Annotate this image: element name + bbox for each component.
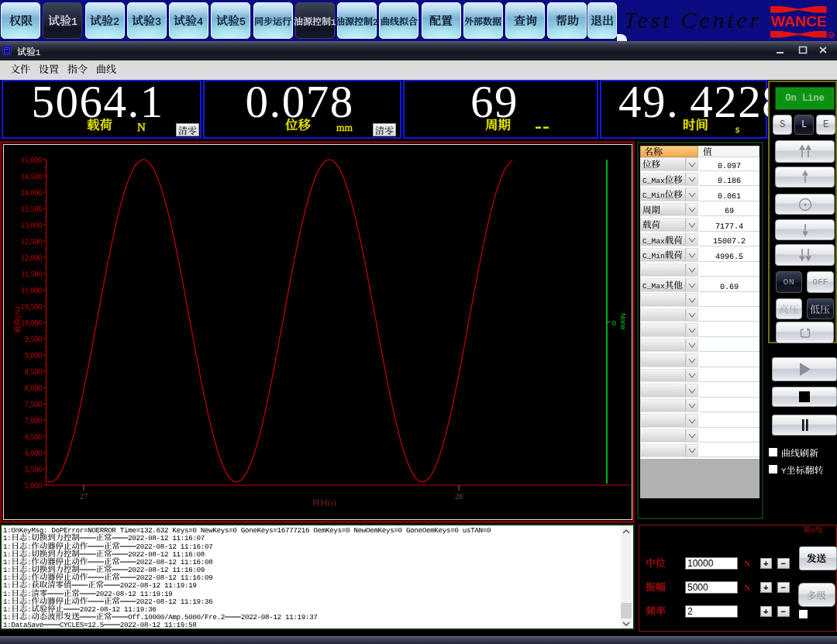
svg-text:12,500: 12,500 [21, 237, 43, 246]
svg-text:6,500: 6,500 [25, 432, 43, 441]
svg-text:8,500: 8,500 [25, 367, 43, 376]
svg-text:9,500: 9,500 [25, 335, 43, 343]
svg-text:10,500: 10,500 [21, 302, 43, 311]
svg-text:14,500: 14,500 [21, 172, 43, 181]
svg-text:28: 28 [455, 492, 463, 501]
svg-text:13,000: 13,000 [21, 221, 43, 229]
svg-text:13,500: 13,500 [21, 205, 43, 213]
svg-text:27: 27 [80, 492, 88, 501]
svg-text:0: 0 [612, 319, 616, 327]
svg-text:WANCE: WANCE [771, 14, 827, 29]
svg-text:6,000: 6,000 [25, 449, 43, 457]
svg-text:11,000: 11,000 [21, 286, 42, 294]
svg-text:11,500: 11,500 [21, 270, 42, 278]
svg-text:14,000: 14,000 [21, 188, 43, 197]
svg-text:7,000: 7,000 [25, 416, 43, 425]
svg-text:5,500: 5,500 [25, 465, 43, 474]
svg-text:12,000: 12,000 [21, 253, 43, 262]
svg-text:None: None [619, 313, 627, 330]
svg-text:10,000: 10,000 [21, 319, 43, 327]
svg-text:7,500: 7,500 [25, 400, 43, 408]
svg-text:5,000: 5,000 [25, 481, 43, 490]
svg-text:R: R [830, 33, 833, 38]
svg-text:15,000: 15,000 [21, 156, 43, 164]
svg-text:9,000: 9,000 [25, 351, 43, 360]
svg-text:8,000: 8,000 [25, 384, 43, 392]
